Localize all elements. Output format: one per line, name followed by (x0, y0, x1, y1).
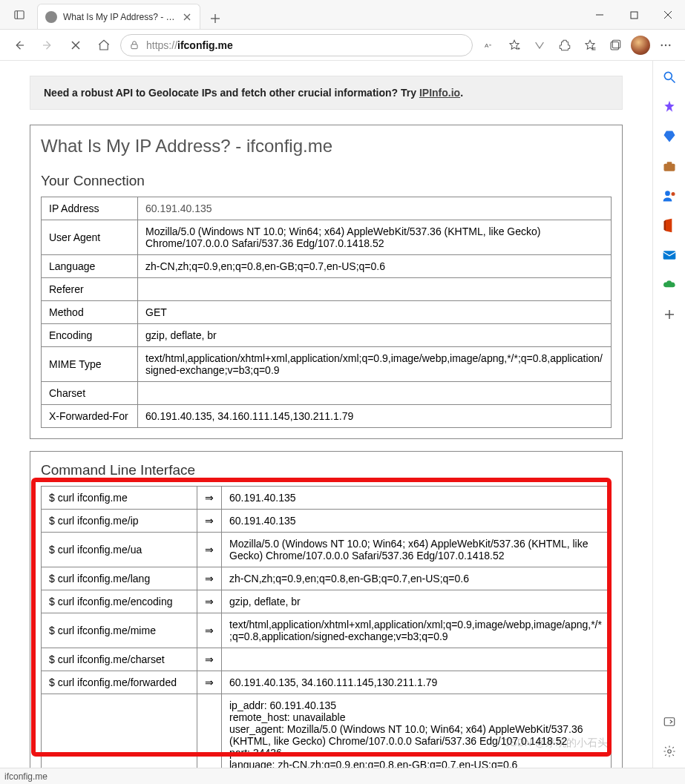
conn-key: Encoding (42, 324, 138, 347)
cli-output: 60.191.40.135, 34.160.111.145,130.211.1.… (222, 671, 612, 694)
table-row: $ curl ifconfig.me/ip⇒60.191.40.135 (42, 510, 612, 533)
nav-forward-button[interactable] (36, 33, 59, 57)
svg-point-23 (661, 44, 663, 45)
cli-card: Command Line Interface $ curl ifconfig.m… (30, 451, 623, 768)
table-row: MIME Typetext/html,application/xhtml+xml… (42, 347, 612, 382)
url-host: ifconfig.me (177, 39, 233, 51)
address-bar[interactable]: https://ifconfig.me (120, 34, 473, 56)
sidebar-shopping-icon[interactable] (659, 126, 680, 147)
cli-command: $ curl ifconfig.me/forwarded (42, 671, 197, 694)
banner-suffix: . (460, 87, 463, 99)
lock-icon (128, 39, 140, 51)
table-row: $ curl ifconfig.me⇒60.191.40.135 (42, 487, 612, 510)
table-row: $ curl ifconfig.me/ua⇒Mozilla/5.0 (Windo… (42, 533, 612, 567)
collections-button[interactable] (603, 33, 627, 57)
profile-button[interactable] (629, 33, 652, 57)
cli-command: $ curl ifconfig.me/lang (42, 567, 197, 590)
conn-value: GET (138, 301, 612, 324)
table-row: Languagezh-CN,zh;q=0.9,en;q=0.8,en-GB;q=… (42, 255, 612, 278)
sidebar-add-icon[interactable] (659, 304, 680, 325)
new-tab-button[interactable] (205, 8, 226, 29)
sidebar-people-icon[interactable] (659, 185, 680, 206)
window-maximize-button[interactable] (617, 0, 651, 30)
sidebar-office-icon[interactable] (659, 215, 680, 236)
cli-output: ip_addr: 60.191.40.135 remote_host: unav… (222, 694, 612, 768)
svg-rect-14 (131, 44, 137, 48)
conn-key: Method (42, 301, 138, 324)
arrow-icon: ⇒ (197, 648, 222, 671)
conn-value: 60.191.40.135 (138, 197, 612, 220)
sidebar-collapse-icon[interactable] (659, 711, 680, 732)
svg-line-27 (671, 79, 675, 83)
table-row: Charset (42, 382, 612, 405)
cli-command: $ curl ifconfig.me/charset (42, 648, 197, 671)
tab-title: What Is My IP Address? - ifconfig (63, 12, 176, 22)
svg-point-31 (671, 192, 675, 196)
browser-toolbar: https://ifconfig.me A» (0, 30, 685, 61)
svg-text:»: » (489, 42, 491, 47)
window-close-button[interactable] (651, 0, 685, 30)
sidebar-onedrive-icon[interactable] (659, 274, 680, 295)
svg-text:A: A (485, 42, 489, 49)
table-row: MethodGET (42, 301, 612, 324)
conn-key: Charset (42, 382, 138, 405)
sidebar-discover-icon[interactable] (659, 96, 680, 117)
window-titlebar: What Is My IP Address? - ifconfig (0, 0, 685, 30)
page-title: What Is My IP Address? - ifconfig.me (41, 136, 612, 157)
svg-rect-21 (611, 42, 619, 50)
svg-rect-29 (666, 162, 672, 164)
cli-command (42, 694, 197, 768)
cli-command: $ curl ifconfig.me/encoding (42, 590, 197, 613)
info-banner: Need a robust API to Geolocate IPs and f… (30, 76, 623, 110)
cli-output: text/html,application/xhtml+xml,applicat… (222, 613, 612, 648)
favorites-button[interactable] (502, 33, 526, 57)
nav-home-button[interactable] (92, 33, 116, 57)
sidebar-outlook-icon[interactable] (659, 245, 680, 266)
cli-heading: Command Line Interface (41, 462, 612, 478)
connection-table: IP Address60.191.40.135User AgentMozilla… (41, 197, 612, 428)
browser-tab[interactable]: What Is My IP Address? - ifconfig (37, 4, 200, 29)
table-row: User AgentMozilla/5.0 (Windows NT 10.0; … (42, 220, 612, 255)
connection-heading: Your Connection (41, 173, 612, 189)
sidebar-tools-icon[interactable] (659, 156, 680, 177)
arrow-icon: ⇒ (197, 510, 222, 533)
svg-rect-32 (663, 251, 675, 260)
conn-value: text/html,application/xhtml+xml,applicat… (138, 347, 612, 382)
close-tab-icon[interactable] (182, 12, 192, 22)
sidebar-settings-icon[interactable] (659, 741, 680, 762)
svg-point-36 (667, 750, 671, 754)
address-url: https://ifconfig.me (146, 39, 465, 51)
table-row: X-Forwarded-For60.191.40.135, 34.160.111… (42, 405, 612, 428)
arrow-icon: ⇒ (197, 590, 222, 613)
tab-favicon (45, 11, 57, 23)
extensions-button[interactable] (553, 33, 577, 57)
tab-actions-icon[interactable] (7, 3, 31, 27)
page-viewport[interactable]: Need a robust API to Geolocate IPs and f… (0, 61, 652, 768)
conn-key: X-Forwarded-For (42, 405, 138, 428)
conn-value: 60.191.40.135, 34.160.111.145,130.211.1.… (138, 405, 612, 428)
nav-stop-button[interactable] (64, 33, 88, 57)
vpn-button[interactable] (528, 33, 551, 57)
table-row: ip_addr: 60.191.40.135 remote_host: unav… (42, 694, 612, 768)
status-bar: ifconfig.me (0, 768, 685, 784)
svg-point-24 (665, 44, 666, 45)
window-minimize-button[interactable] (583, 0, 617, 30)
cli-table: $ curl ifconfig.me⇒60.191.40.135$ curl i… (41, 486, 612, 768)
table-row: $ curl ifconfig.me/mime⇒text/html,applic… (42, 613, 612, 648)
favorites-list-button[interactable] (578, 33, 602, 57)
arrow-icon: ⇒ (197, 533, 222, 567)
svg-rect-22 (612, 40, 620, 48)
arrow-icon: ⇒ (197, 487, 222, 510)
cli-output: zh-CN,zh;q=0.9,en;q=0.8,en-GB;q=0.7,en-U… (222, 567, 612, 590)
cli-command: $ curl ifconfig.me/ua (42, 533, 197, 567)
banner-link[interactable]: IPInfo.io (419, 87, 460, 99)
arrow-icon (197, 694, 222, 768)
read-aloud-button[interactable]: A» (477, 33, 501, 57)
cli-command: $ curl ifconfig.me (42, 487, 197, 510)
nav-back-button[interactable] (7, 33, 31, 57)
svg-point-26 (664, 72, 672, 79)
sidebar-search-icon[interactable] (659, 67, 680, 88)
conn-key: IP Address (42, 197, 138, 220)
more-menu-button[interactable] (654, 33, 678, 57)
conn-value (138, 382, 612, 405)
